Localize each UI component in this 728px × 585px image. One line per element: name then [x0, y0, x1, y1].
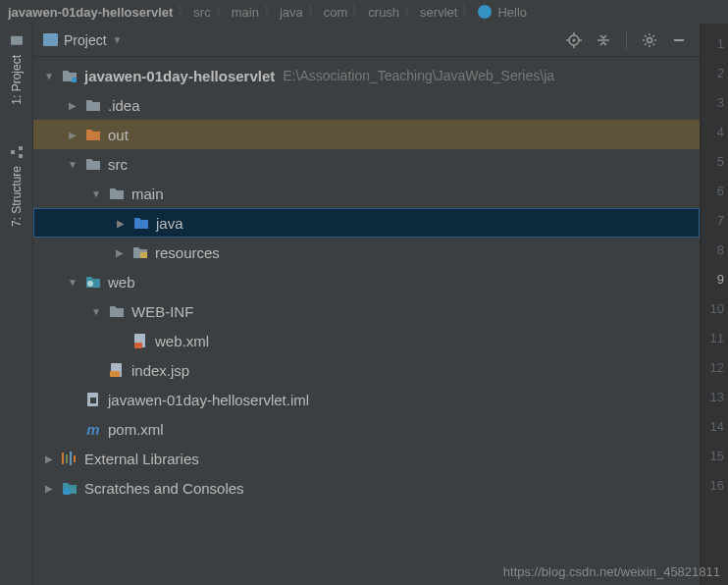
- excluded-folder-icon: [84, 127, 102, 142]
- panel-header: Project ▼: [33, 24, 700, 57]
- xml-file-icon: [131, 333, 149, 348]
- folder-icon: [108, 303, 126, 319]
- node-label: src: [108, 156, 128, 173]
- svg-rect-19: [110, 371, 120, 377]
- panel-title-label: Project: [64, 32, 107, 48]
- sidebar-tab-project[interactable]: 1: Project: [5, 24, 28, 115]
- tree-node-scratches[interactable]: ▶ Scratches and Consoles: [33, 473, 700, 503]
- svg-rect-14: [140, 252, 147, 258]
- svg-point-11: [648, 37, 652, 42]
- node-label: Scratches and Consoles: [84, 480, 244, 497]
- tree-node[interactable]: ▼ main: [33, 179, 700, 208]
- line-number[interactable]: 5: [702, 147, 724, 177]
- node-label: resources: [155, 244, 220, 261]
- node-label: web: [108, 274, 135, 291]
- sidebar-tab-structure[interactable]: 7: Structure: [5, 134, 28, 237]
- tree-node[interactable]: ▶ web.xml: [33, 326, 700, 355]
- line-number[interactable]: 14: [702, 412, 724, 442]
- node-label: .idea: [108, 97, 140, 114]
- line-number[interactable]: 7: [702, 206, 724, 236]
- node-label: out: [108, 127, 129, 143]
- tool-window-stripe-left: 1: Project 7: Structure: [0, 24, 33, 585]
- line-number[interactable]: 8: [702, 236, 724, 265]
- tree-node[interactable]: ▶ index.jsp: [33, 355, 700, 385]
- tree-node[interactable]: ▶ .idea: [33, 90, 700, 120]
- node-label: index.jsp: [131, 362, 189, 379]
- structure-icon: [9, 144, 25, 160]
- svg-rect-1: [19, 154, 23, 158]
- project-tree[interactable]: ▼ javawen-01day-helloservlet E:\Associat…: [33, 57, 700, 585]
- expand-arrow-icon[interactable]: ▶: [41, 451, 57, 466]
- breadcrumb-item[interactable]: javawen-01day-helloservlet: [8, 5, 173, 20]
- expand-arrow-icon[interactable]: ▼: [65, 274, 80, 290]
- hide-button[interactable]: [668, 29, 690, 51]
- chevron-right-icon: 〉: [403, 3, 416, 21]
- expand-arrow-icon[interactable]: ▼: [65, 156, 80, 172]
- panel-view-selector[interactable]: Project ▼: [43, 32, 122, 48]
- svg-rect-3: [11, 150, 15, 154]
- tree-node[interactable]: ▼ WEB-INF: [33, 296, 700, 326]
- expand-arrow-icon[interactable]: ▼: [41, 68, 57, 83]
- breadcrumb-item[interactable]: main: [232, 5, 259, 20]
- line-number[interactable]: 10: [702, 294, 724, 324]
- expand-arrow-icon[interactable]: ▶: [65, 127, 80, 142]
- source-folder-icon: [132, 215, 150, 231]
- line-number[interactable]: 6: [702, 177, 724, 206]
- node-label: web.xml: [155, 333, 209, 349]
- module-folder-icon: [61, 68, 78, 83]
- breadcrumb-item[interactable]: crush: [368, 5, 399, 20]
- folder-icon: [84, 97, 102, 113]
- breadcrumb-file[interactable]: Hello: [497, 5, 527, 20]
- collapse-all-button[interactable]: [593, 29, 614, 51]
- line-number[interactable]: 9: [702, 265, 724, 294]
- node-label: main: [131, 186, 164, 202]
- tree-node[interactable]: ▼ web: [33, 267, 700, 296]
- locate-button[interactable]: [563, 29, 585, 51]
- tree-node[interactable]: ▼ src: [33, 149, 700, 179]
- tree-node[interactable]: ▶ m pom.xml: [33, 414, 700, 444]
- expand-arrow-icon[interactable]: ▼: [88, 186, 104, 201]
- chevron-right-icon: 〉: [263, 3, 276, 21]
- tree-node[interactable]: ▶ javawen-01day-helloservlet.iml: [33, 385, 700, 414]
- tree-node[interactable]: ▶ resources: [33, 238, 700, 267]
- breadcrumb-item[interactable]: servlet: [420, 5, 457, 20]
- tree-node-root[interactable]: ▼ javawen-01day-helloservlet E:\Associat…: [33, 61, 700, 90]
- node-path: E:\Association_Teaching\JavaWeb_Series\j…: [283, 68, 554, 83]
- expand-arrow-icon[interactable]: ▶: [65, 97, 80, 113]
- libraries-icon: [61, 451, 78, 466]
- line-number[interactable]: 16: [702, 471, 724, 501]
- resources-folder-icon: [131, 244, 149, 260]
- breadcrumb-item[interactable]: java: [280, 5, 303, 20]
- svg-point-5: [573, 38, 576, 41]
- breadcrumb-item[interactable]: com: [324, 5, 348, 20]
- line-number[interactable]: 12: [702, 353, 724, 383]
- line-number[interactable]: 3: [702, 88, 724, 118]
- tree-node-out[interactable]: ▶ out: [33, 120, 700, 149]
- line-number[interactable]: 1: [702, 29, 724, 59]
- tree-node-external-libraries[interactable]: ▶ External Libraries: [33, 444, 700, 473]
- expand-arrow-icon[interactable]: ▶: [112, 244, 128, 260]
- expand-arrow-icon[interactable]: ▶: [113, 215, 129, 231]
- sidebar-tab-label: 1: Project: [10, 55, 24, 105]
- maven-file-icon: m: [84, 421, 102, 437]
- node-label: javawen-01day-helloservlet.iml: [108, 392, 309, 408]
- line-number[interactable]: 2: [702, 59, 724, 88]
- settings-button[interactable]: [639, 29, 660, 51]
- expand-arrow-icon[interactable]: ▶: [41, 480, 57, 496]
- svg-rect-17: [134, 343, 142, 348]
- svg-rect-2: [19, 146, 23, 150]
- expand-arrow-icon[interactable]: ▼: [88, 303, 104, 319]
- node-label: javawen-01day-helloservlet: [84, 68, 275, 84]
- project-tool-window: Project ▼ ▼: [33, 24, 701, 585]
- breadcrumb-item[interactable]: src: [193, 5, 210, 20]
- line-number[interactable]: 11: [702, 324, 724, 353]
- line-number[interactable]: 15: [702, 442, 724, 471]
- line-number[interactable]: 13: [702, 383, 724, 412]
- project-icon: [9, 33, 25, 49]
- chevron-right-icon: 〉: [351, 3, 364, 21]
- tree-node-selected[interactable]: ▶ java: [33, 208, 700, 238]
- divider: [626, 30, 627, 50]
- node-label: pom.xml: [108, 421, 164, 438]
- line-number[interactable]: 4: [702, 118, 724, 147]
- folder-icon: [84, 156, 102, 172]
